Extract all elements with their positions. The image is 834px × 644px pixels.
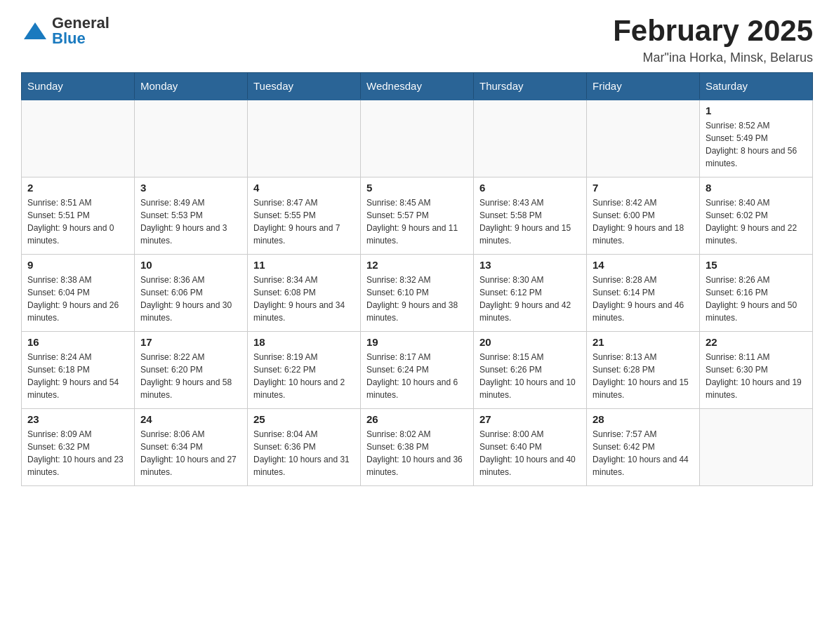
calendar-cell: 25Sunrise: 8:04 AMSunset: 6:36 PMDayligh… <box>248 408 361 485</box>
day-info: Sunrise: 8:32 AMSunset: 6:10 PMDaylight:… <box>366 274 468 324</box>
day-info: Sunrise: 8:30 AMSunset: 6:12 PMDaylight:… <box>479 274 581 324</box>
calendar-cell: 12Sunrise: 8:32 AMSunset: 6:10 PMDayligh… <box>361 254 474 331</box>
day-info: Sunrise: 8:22 AMSunset: 6:20 PMDaylight:… <box>140 351 241 401</box>
calendar-cell <box>248 100 361 177</box>
day-number: 4 <box>253 182 355 194</box>
calendar-cell: 19Sunrise: 8:17 AMSunset: 6:24 PMDayligh… <box>361 331 474 408</box>
calendar-cell: 17Sunrise: 8:22 AMSunset: 6:20 PMDayligh… <box>135 331 248 408</box>
day-info: Sunrise: 8:11 AMSunset: 6:30 PMDaylight:… <box>706 351 807 401</box>
calendar-cell: 3Sunrise: 8:49 AMSunset: 5:53 PMDaylight… <box>135 177 248 254</box>
calendar-cell: 13Sunrise: 8:30 AMSunset: 6:12 PMDayligh… <box>474 254 587 331</box>
day-number: 20 <box>479 336 581 348</box>
calendar-cell: 22Sunrise: 8:11 AMSunset: 6:30 PMDayligh… <box>700 331 813 408</box>
day-of-week-header: Saturday <box>700 73 813 100</box>
day-info: Sunrise: 8:02 AMSunset: 6:38 PMDaylight:… <box>366 428 468 478</box>
calendar-cell <box>474 100 587 177</box>
day-info: Sunrise: 8:47 AMSunset: 5:55 PMDaylight:… <box>253 196 355 247</box>
day-info: Sunrise: 8:04 AMSunset: 6:36 PMDaylight:… <box>253 428 355 478</box>
day-info: Sunrise: 8:42 AMSunset: 6:00 PMDaylight:… <box>593 196 694 247</box>
day-info: Sunrise: 8:24 AMSunset: 6:18 PMDaylight:… <box>27 351 128 401</box>
day-info: Sunrise: 8:36 AMSunset: 6:06 PMDaylight:… <box>140 274 241 324</box>
calendar-cell: 2Sunrise: 8:51 AMSunset: 5:51 PMDaylight… <box>22 177 135 254</box>
calendar-cell: 16Sunrise: 8:24 AMSunset: 6:18 PMDayligh… <box>22 331 135 408</box>
day-info: Sunrise: 8:00 AMSunset: 6:40 PMDaylight:… <box>479 428 581 478</box>
day-info: Sunrise: 8:15 AMSunset: 6:26 PMDaylight:… <box>479 351 581 401</box>
calendar-cell <box>700 408 813 485</box>
calendar-cell: 23Sunrise: 8:09 AMSunset: 6:32 PMDayligh… <box>22 408 135 485</box>
day-number: 16 <box>27 336 128 348</box>
calendar-cell: 9Sunrise: 8:38 AMSunset: 6:04 PMDaylight… <box>22 254 135 331</box>
day-of-week-header: Sunday <box>22 73 135 100</box>
day-info: Sunrise: 8:45 AMSunset: 5:57 PMDaylight:… <box>366 196 468 247</box>
day-info: Sunrise: 7:57 AMSunset: 6:42 PMDaylight:… <box>593 428 694 478</box>
calendar-cell: 8Sunrise: 8:40 AMSunset: 6:02 PMDaylight… <box>700 177 813 254</box>
day-number: 7 <box>593 182 694 194</box>
day-of-week-header: Thursday <box>474 73 587 100</box>
calendar-cell: 21Sunrise: 8:13 AMSunset: 6:28 PMDayligh… <box>587 331 700 408</box>
day-number: 2 <box>27 182 128 194</box>
day-info: Sunrise: 8:49 AMSunset: 5:53 PMDaylight:… <box>140 196 241 247</box>
day-number: 22 <box>706 336 807 348</box>
day-info: Sunrise: 8:40 AMSunset: 6:02 PMDaylight:… <box>706 196 807 247</box>
calendar-week-row: 16Sunrise: 8:24 AMSunset: 6:18 PMDayligh… <box>22 331 813 408</box>
calendar-cell <box>361 100 474 177</box>
day-number: 17 <box>140 336 241 348</box>
day-number: 11 <box>253 259 355 271</box>
logo: General Blue <box>21 14 110 48</box>
calendar-cell: 10Sunrise: 8:36 AMSunset: 6:06 PMDayligh… <box>135 254 248 331</box>
day-info: Sunrise: 8:51 AMSunset: 5:51 PMDaylight:… <box>27 196 128 247</box>
day-number: 18 <box>253 336 355 348</box>
calendar-cell: 28Sunrise: 7:57 AMSunset: 6:42 PMDayligh… <box>587 408 700 485</box>
day-number: 14 <box>593 259 694 271</box>
calendar-cell <box>22 100 135 177</box>
day-info: Sunrise: 8:19 AMSunset: 6:22 PMDaylight:… <box>253 351 355 401</box>
calendar-body: 1Sunrise: 8:52 AMSunset: 5:49 PMDaylight… <box>22 100 813 485</box>
title-block: February 2025 Mar"ina Horka, Minsk, Bela… <box>613 14 813 65</box>
day-number: 5 <box>366 182 468 194</box>
days-of-week-row: SundayMondayTuesdayWednesdayThursdayFrid… <box>22 73 813 100</box>
day-info: Sunrise: 8:13 AMSunset: 6:28 PMDaylight:… <box>593 351 694 401</box>
day-number: 10 <box>140 259 241 271</box>
calendar-cell: 6Sunrise: 8:43 AMSunset: 5:58 PMDaylight… <box>474 177 587 254</box>
day-number: 8 <box>706 182 807 194</box>
day-info: Sunrise: 8:38 AMSunset: 6:04 PMDaylight:… <box>27 274 128 324</box>
calendar-week-row: 2Sunrise: 8:51 AMSunset: 5:51 PMDaylight… <box>22 177 813 254</box>
day-number: 3 <box>140 182 241 194</box>
day-number: 15 <box>706 259 807 271</box>
day-number: 21 <box>593 336 694 348</box>
calendar-table: SundayMondayTuesdayWednesdayThursdayFrid… <box>21 72 813 486</box>
calendar-subtitle: Mar"ina Horka, Minsk, Belarus <box>613 51 813 65</box>
day-info: Sunrise: 8:26 AMSunset: 6:16 PMDaylight:… <box>706 274 807 324</box>
day-info: Sunrise: 8:17 AMSunset: 6:24 PMDaylight:… <box>366 351 468 401</box>
day-info: Sunrise: 8:09 AMSunset: 6:32 PMDaylight:… <box>27 428 128 478</box>
calendar-cell: 18Sunrise: 8:19 AMSunset: 6:22 PMDayligh… <box>248 331 361 408</box>
calendar-cell: 14Sunrise: 8:28 AMSunset: 6:14 PMDayligh… <box>587 254 700 331</box>
page-header: General Blue February 2025 Mar"ina Horka… <box>21 14 813 65</box>
day-info: Sunrise: 8:52 AMSunset: 5:49 PMDaylight:… <box>706 119 807 170</box>
day-of-week-header: Friday <box>587 73 700 100</box>
day-number: 27 <box>479 413 581 425</box>
calendar-cell <box>135 100 248 177</box>
day-of-week-header: Tuesday <box>248 73 361 100</box>
logo-blue-text: Blue <box>52 29 110 48</box>
calendar-cell: 26Sunrise: 8:02 AMSunset: 6:38 PMDayligh… <box>361 408 474 485</box>
day-number: 24 <box>140 413 241 425</box>
calendar-week-row: 23Sunrise: 8:09 AMSunset: 6:32 PMDayligh… <box>22 408 813 485</box>
day-of-week-header: Wednesday <box>361 73 474 100</box>
calendar-cell: 4Sunrise: 8:47 AMSunset: 5:55 PMDaylight… <box>248 177 361 254</box>
calendar-cell: 7Sunrise: 8:42 AMSunset: 6:00 PMDaylight… <box>587 177 700 254</box>
calendar-cell: 27Sunrise: 8:00 AMSunset: 6:40 PMDayligh… <box>474 408 587 485</box>
calendar-cell: 11Sunrise: 8:34 AMSunset: 6:08 PMDayligh… <box>248 254 361 331</box>
calendar-week-row: 1Sunrise: 8:52 AMSunset: 5:49 PMDaylight… <box>22 100 813 177</box>
calendar-header: SundayMondayTuesdayWednesdayThursdayFrid… <box>22 73 813 100</box>
day-number: 26 <box>366 413 468 425</box>
calendar-cell: 15Sunrise: 8:26 AMSunset: 6:16 PMDayligh… <box>700 254 813 331</box>
day-number: 6 <box>479 182 581 194</box>
calendar-cell: 1Sunrise: 8:52 AMSunset: 5:49 PMDaylight… <box>700 100 813 177</box>
day-number: 28 <box>593 413 694 425</box>
day-info: Sunrise: 8:06 AMSunset: 6:34 PMDaylight:… <box>140 428 241 478</box>
day-info: Sunrise: 8:43 AMSunset: 5:58 PMDaylight:… <box>479 196 581 247</box>
day-of-week-header: Monday <box>135 73 248 100</box>
day-number: 12 <box>366 259 468 271</box>
logo-icon <box>21 17 49 45</box>
